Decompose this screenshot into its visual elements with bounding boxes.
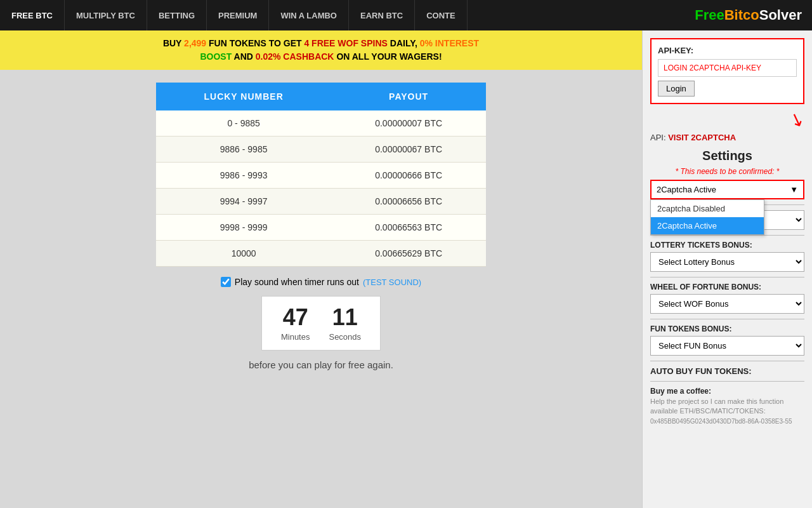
before-text: before you can play for free again. bbox=[249, 359, 393, 370]
fun-bonus-dropdown[interactable]: Select FUN Bonus bbox=[650, 336, 804, 356]
api-prefix: API: bbox=[650, 133, 668, 142]
payout-value: 0.00665629 BTC bbox=[331, 241, 486, 267]
api-key-label: API-KEY: bbox=[658, 46, 797, 55]
timer-box: 47 Minutes 11 Seconds bbox=[261, 296, 381, 351]
sound-label: Play sound when timer runs out bbox=[235, 277, 359, 287]
promo-banner: BUY 2,499 FUN TOKENS TO GET 4 FREE WOF S… bbox=[0, 30, 642, 70]
table-row: 9994 - 99970.00006656 BTC bbox=[156, 189, 486, 215]
sound-checkbox[interactable] bbox=[221, 277, 231, 287]
nav-premium[interactable]: PREMIUM bbox=[207, 0, 269, 30]
minutes-unit: 47 Minutes bbox=[281, 304, 310, 342]
token-amount: 2,499 bbox=[184, 38, 206, 48]
red-arrow-icon: ↘ bbox=[787, 107, 808, 132]
payout-value: 0.00066563 BTC bbox=[331, 215, 486, 241]
payout-value: 0.00006656 BTC bbox=[331, 189, 486, 215]
lottery-bonus-section: LOTTERY TICKETS BONUS: Select Lottery Bo… bbox=[650, 241, 804, 272]
right-sidebar: API-KEY: Login ↘ API: VISIT 2CAPTCHA Set… bbox=[642, 30, 812, 508]
nav-win-lambo[interactable]: WIN A LAMBO bbox=[269, 0, 349, 30]
payout-value: 0.00000007 BTC bbox=[331, 110, 486, 137]
banner-suffix: ON ALL YOUR WAGERS! bbox=[336, 51, 442, 62]
lottery-bonus-dropdown[interactable]: Select Lottery Bonus bbox=[650, 252, 804, 272]
lucky-number-table: LUCKY NUMBER PAYOUT 0 - 98850.00000007 B… bbox=[156, 83, 486, 267]
wof-bonus-section: WHEEL OF FORTUNE BONUS: Select WOF Bonus bbox=[650, 283, 804, 314]
lucky-range: 10000 bbox=[156, 241, 331, 267]
seconds-label: Seconds bbox=[329, 332, 361, 342]
api-key-box: API-KEY: Login bbox=[650, 38, 804, 104]
captcha-chevron-icon: ▼ bbox=[790, 185, 798, 194]
payout-value: 0.00000666 BTC bbox=[331, 163, 486, 189]
main-container: BUY 2,499 FUN TOKENS TO GET 4 FREE WOF S… bbox=[0, 30, 812, 508]
table-row: 9886 - 99850.00000067 BTC bbox=[156, 137, 486, 163]
divider-6 bbox=[650, 381, 804, 382]
api-key-input[interactable] bbox=[658, 59, 797, 77]
coffee-desc: Help the project so I can make this func… bbox=[650, 397, 804, 417]
captcha-dropdown-container: 2Captcha Active ▼ 2captcha Disabled 2Cap… bbox=[650, 180, 804, 199]
payout-header: PAYOUT bbox=[331, 83, 486, 110]
lucky-range: 9998 - 9999 bbox=[156, 215, 331, 241]
nav-betting[interactable]: BETTING bbox=[147, 0, 207, 30]
wof-label: WHEEL OF FORTUNE BONUS: bbox=[650, 283, 804, 291]
visit-2captcha-link[interactable]: VISIT 2CAPTCHA bbox=[668, 133, 736, 142]
nav-free-btc[interactable]: FREE BTC bbox=[0, 0, 65, 30]
eth-address: 0x485BB0495G0243d0430D7bd8-86A-0358E3-55 bbox=[650, 418, 804, 425]
brand-bitco: Bitco bbox=[724, 7, 759, 23]
confirm-text: * This needs to be confirmed: * bbox=[650, 167, 804, 176]
captcha-dropdown-open: 2captcha Disabled 2Captcha Active bbox=[650, 199, 764, 235]
arrow-container: ↘ bbox=[650, 109, 804, 130]
spins-text: 4 FREE WOF SPINS bbox=[304, 38, 387, 48]
lucky-range: 0 - 9885 bbox=[156, 110, 331, 137]
auto-buy-label: AUTO BUY FUN TOKENS: bbox=[650, 366, 804, 376]
nav-conte[interactable]: CONTE bbox=[415, 0, 468, 30]
fun-label: FUN TOKENS BONUS: bbox=[650, 324, 804, 333]
table-row: 100000.00665629 BTC bbox=[156, 241, 486, 267]
lucky-range: 9994 - 9997 bbox=[156, 189, 331, 215]
captcha-option-disabled[interactable]: 2captcha Disabled bbox=[651, 200, 764, 217]
brand-solver: Solver bbox=[759, 7, 802, 23]
nav-earn-btc[interactable]: EARN BTC bbox=[349, 0, 415, 30]
table-row: 9986 - 99930.00000666 BTC bbox=[156, 163, 486, 189]
captcha-select-display[interactable]: 2Captcha Active ▼ bbox=[650, 180, 804, 199]
cashback-text: 0.02% CASHBACK bbox=[256, 51, 334, 62]
table-area: LUCKY NUMBER PAYOUT 0 - 98850.00000007 B… bbox=[0, 70, 642, 383]
table-row: 9998 - 99990.00066563 BTC bbox=[156, 215, 486, 241]
nav-multiply-btc[interactable]: MULTIPLY BTC bbox=[65, 0, 147, 30]
minutes-label: Minutes bbox=[281, 332, 310, 342]
top-navigation: FREE BTC MULTIPLY BTC BETTING PREMIUM WI… bbox=[0, 0, 812, 30]
divider-4 bbox=[650, 319, 804, 319]
payout-value: 0.00000067 BTC bbox=[331, 137, 486, 163]
boost-text: BOOST bbox=[200, 51, 232, 62]
fun-bonus-section: FUN TOKENS BONUS: Select FUN Bonus bbox=[650, 324, 804, 356]
lucky-number-header: LUCKY NUMBER bbox=[156, 83, 331, 110]
captcha-option-active[interactable]: 2Captcha Active bbox=[651, 217, 764, 234]
captcha-selected-label: 2Captcha Active bbox=[657, 185, 716, 194]
sound-row: Play sound when timer runs out (TEST SOU… bbox=[221, 277, 421, 287]
lucky-range: 9886 - 9985 bbox=[156, 137, 331, 163]
divider-5 bbox=[650, 361, 804, 361]
test-sound-link[interactable]: (TEST SOUND) bbox=[363, 277, 421, 287]
wof-bonus-dropdown[interactable]: Select WOF Bonus bbox=[650, 294, 804, 314]
lucky-range: 9986 - 9993 bbox=[156, 163, 331, 189]
login-button[interactable]: Login bbox=[658, 81, 695, 97]
seconds-unit: 11 Seconds bbox=[329, 304, 361, 342]
lottery-label: LOTTERY TICKETS BONUS: bbox=[650, 241, 804, 250]
seconds-value: 11 bbox=[329, 304, 361, 331]
interest-text: 0% INTEREST bbox=[420, 38, 479, 48]
brand-free: Free bbox=[695, 7, 724, 23]
settings-title: Settings bbox=[650, 149, 804, 163]
divider-3 bbox=[650, 277, 804, 277]
minutes-value: 47 bbox=[281, 304, 310, 331]
api-row: API: VISIT 2CAPTCHA bbox=[650, 133, 804, 142]
table-row: 0 - 98850.00000007 BTC bbox=[156, 110, 486, 137]
coffee-label: Buy me a coffee: bbox=[650, 387, 804, 396]
left-content: BUY 2,499 FUN TOKENS TO GET 4 FREE WOF S… bbox=[0, 30, 642, 508]
divider-2 bbox=[650, 235, 804, 236]
